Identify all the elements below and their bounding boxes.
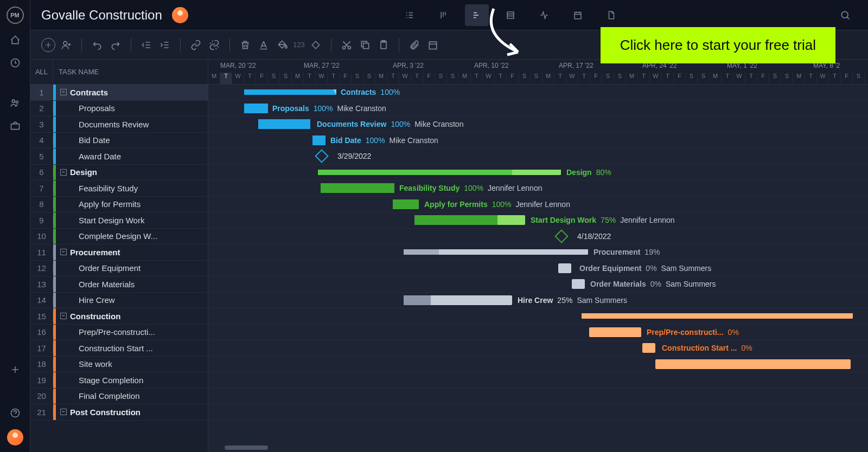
project-title: Govalle Construction	[41, 8, 162, 23]
gantt-task-bar[interactable]	[244, 104, 268, 113]
task-row[interactable]: 11−Procurement	[30, 244, 208, 261]
view-list-icon[interactable]	[398, 4, 422, 26]
gantt-task-bar[interactable]	[642, 343, 655, 353]
clock-icon[interactable]	[9, 56, 22, 69]
gantt-task-bar[interactable]	[589, 327, 641, 337]
view-activity-icon[interactable]	[532, 4, 556, 26]
project-owner-avatar[interactable]	[172, 7, 188, 23]
gantt-label: Order Materials0%Sam Summers	[590, 280, 716, 288]
trash-icon[interactable]	[238, 37, 253, 53]
gantt-task-bar[interactable]	[404, 295, 512, 305]
gantt-label: Contracts100%	[341, 88, 400, 96]
home-icon[interactable]	[9, 34, 22, 47]
column-all[interactable]: ALL	[30, 60, 53, 84]
task-number: 3	[30, 120, 53, 129]
task-number: 16	[30, 327, 53, 337]
svg-point-2	[16, 101, 18, 103]
view-calendar-icon[interactable]	[566, 4, 590, 26]
task-row[interactable]: 16Prep/Pre-constructi...	[30, 325, 208, 341]
user-avatar[interactable]	[7, 429, 23, 445]
indent-icon[interactable]	[157, 37, 173, 53]
gantt-milestone[interactable]	[315, 149, 328, 163]
view-file-icon[interactable]	[599, 4, 623, 26]
gantt-task-bar[interactable]	[414, 215, 525, 225]
gantt-task-bar[interactable]	[572, 279, 585, 289]
task-name: −Construction	[56, 312, 208, 321]
briefcase-icon[interactable]	[9, 119, 22, 132]
task-row[interactable]: 9Start Design Work	[30, 212, 208, 229]
diamond-icon[interactable]	[308, 37, 323, 53]
attachment-icon[interactable]	[407, 37, 422, 53]
task-row[interactable]: 12Order Equipment	[30, 261, 208, 277]
task-row[interactable]: 2Proposals	[30, 101, 208, 117]
unlink-icon[interactable]	[207, 37, 222, 53]
task-row[interactable]: 3Documents Review	[30, 117, 208, 133]
timeline-day: S	[781, 73, 793, 85]
undo-icon[interactable]	[90, 37, 105, 53]
link-icon[interactable]	[188, 37, 203, 53]
collapse-toggle[interactable]: −	[60, 249, 67, 255]
gantt-task-bar[interactable]	[655, 359, 851, 369]
task-number: 6	[30, 167, 53, 177]
plus-icon[interactable]	[9, 363, 22, 376]
text-format-icon[interactable]	[256, 37, 271, 53]
number-format-label[interactable]: 123	[293, 41, 305, 49]
collapse-toggle[interactable]: −	[60, 89, 67, 95]
svg-rect-6	[575, 12, 581, 18]
task-row[interactable]: 15−Construction	[30, 308, 208, 325]
task-row[interactable]: 7Feasibility Study	[30, 180, 208, 197]
gantt-row: 3/29/2022	[208, 148, 868, 165]
app-logo[interactable]: PM	[7, 7, 24, 24]
collapse-toggle[interactable]: −	[60, 409, 67, 415]
collapse-toggle[interactable]: −	[60, 313, 67, 319]
task-row[interactable]: 1−Contracts	[30, 85, 208, 101]
gantt-task-bar[interactable]	[558, 263, 571, 273]
gantt-task-bar[interactable]	[393, 199, 419, 209]
task-number: 19	[30, 376, 53, 385]
task-row[interactable]: 14Hire Crew	[30, 293, 208, 309]
task-row[interactable]: 6−Design	[30, 165, 208, 181]
task-row[interactable]: 10Complete Design W...	[30, 229, 208, 245]
gantt-summary-bar[interactable]	[582, 313, 853, 319]
gantt-summary-bar[interactable]	[404, 249, 588, 255]
add-person-icon[interactable]	[59, 37, 74, 53]
paste-icon[interactable]	[376, 37, 391, 53]
view-board-icon[interactable]	[431, 4, 455, 26]
cta-banner[interactable]: Click here to start your free trial	[601, 27, 835, 63]
task-row[interactable]: 4Bid Date	[30, 133, 208, 149]
gantt-task-bar[interactable]	[312, 135, 326, 145]
task-row[interactable]: 19Stage Completion	[30, 372, 208, 389]
cut-icon[interactable]	[339, 37, 354, 53]
help-icon[interactable]	[9, 406, 22, 419]
task-name: Hire Crew	[56, 295, 208, 305]
task-name: Proposals	[56, 104, 208, 113]
horizontal-scrollbar[interactable]	[208, 445, 868, 451]
task-row[interactable]: 21−Post Construction	[30, 404, 208, 421]
add-task-button[interactable]	[41, 38, 55, 52]
gantt-task-bar[interactable]	[258, 119, 310, 129]
task-row[interactable]: 18Site work	[30, 357, 208, 373]
timeline-date: APR, 17 '22	[559, 62, 593, 69]
outdent-icon[interactable]	[139, 37, 154, 53]
svg-rect-3	[11, 124, 19, 130]
task-row[interactable]: 8Apply for Permits	[30, 197, 208, 213]
date-icon[interactable]	[425, 37, 441, 53]
people-icon[interactable]	[9, 96, 22, 109]
collapse-toggle[interactable]: −	[60, 169, 67, 176]
redo-icon[interactable]	[108, 37, 123, 53]
task-row[interactable]: 17Construction Start ...	[30, 340, 208, 357]
task-row[interactable]: 5Award Date	[30, 148, 208, 165]
gantt-milestone[interactable]	[554, 229, 568, 243]
timeline-day: W	[817, 73, 829, 85]
task-row[interactable]: 13Order Materials	[30, 276, 208, 293]
gantt-label: Proposals100%Mike Cranston	[272, 104, 386, 113]
search-icon[interactable]	[833, 4, 857, 26]
gantt-summary-bar[interactable]	[244, 89, 336, 95]
fill-icon[interactable]	[275, 37, 290, 53]
gantt-summary-bar[interactable]	[318, 170, 561, 175]
gantt-task-bar[interactable]	[321, 183, 394, 193]
task-row[interactable]: 20Final Completion	[30, 389, 208, 405]
timeline-day: F	[507, 73, 519, 85]
copy-icon[interactable]	[358, 37, 373, 53]
column-task-name[interactable]: TASK NAME	[53, 60, 208, 84]
